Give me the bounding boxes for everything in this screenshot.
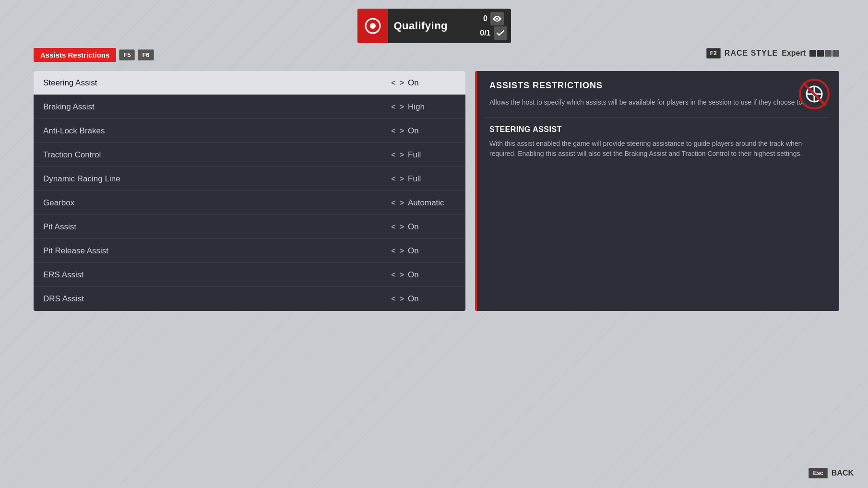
grid-dot-4 [832,50,839,57]
info-subtitle: STEERING ASSIST [485,125,830,134]
settings-panel: Steering Assist<>OnBraking Assist<>HighA… [34,71,465,311]
setting-name: Pit Release Assist [43,246,108,256]
arrow-left-icon[interactable]: < [391,175,395,183]
setting-value-container: <>Full [391,150,456,160]
setting-value-container: <>Automatic [391,198,456,208]
svg-point-1 [370,23,376,29]
setting-value: On [408,246,456,256]
setting-row[interactable]: Steering Assist<>On [34,71,465,95]
arrow-right-icon[interactable]: > [400,271,404,279]
arrow-left-icon[interactable]: < [391,151,395,159]
arrow-right-icon[interactable]: > [400,151,404,159]
info-panel-description: Allows the host to specify which assists… [485,97,830,107]
setting-row[interactable]: DRS Assist<>On [34,287,465,311]
setting-name: Braking Assist [43,102,95,112]
setting-row[interactable]: Pit Release Assist<>On [34,239,465,263]
setting-value: High [408,102,456,112]
session-counters: 0 0/1 [476,12,511,40]
setting-name: Pit Assist [43,222,76,232]
setting-value-container: <>Full [391,174,456,184]
no-assist-icon [799,79,830,109]
arrow-left-icon[interactable]: < [391,271,395,279]
setting-value: On [408,222,456,232]
setting-row[interactable]: Braking Assist<>High [34,95,465,119]
arrow-right-icon[interactable]: > [400,223,404,231]
qualifying-icon [364,17,381,35]
setting-value-container: <>On [391,78,456,88]
race-style-value: Expert [782,49,806,58]
setting-name: ERS Assist [43,270,83,280]
eye-icon [490,12,504,25]
arrow-right-icon[interactable]: > [400,103,404,111]
session-title: Qualifying [388,20,476,32]
setting-row[interactable]: Traction Control<>Full [34,143,465,167]
arrow-right-icon[interactable]: > [400,127,404,135]
setting-name: DRS Assist [43,294,84,304]
arrow-left-icon[interactable]: < [391,223,395,231]
key-f6-badge: F6 [138,49,154,60]
setting-value-container: <>On [391,222,456,232]
arrow-left-icon[interactable]: < [391,103,395,111]
setting-name: Gearbox [43,198,74,208]
race-style-label: RACE STYLE [725,49,778,58]
setting-value: On [408,270,456,280]
grid-dot-1 [809,50,816,57]
session-type-icon [357,9,388,43]
setting-row[interactable]: Gearbox<>Automatic [34,191,465,215]
setting-value-container: <>High [391,102,456,112]
main-content: Steering Assist<>OnBraking Assist<>HighA… [34,71,839,311]
grid-layout-icons[interactable] [809,50,839,57]
arrow-right-icon[interactable]: > [400,247,404,255]
race-style-bar: F2 RACE STYLE Expert [706,48,839,59]
key-f5-badge: F5 [119,49,135,60]
tab-bar: Assists Restrictions F5 F6 [34,48,154,62]
arrow-left-icon[interactable]: < [391,79,395,87]
setting-value-container: <>On [391,126,456,136]
setting-row[interactable]: Pit Assist<>On [34,215,465,239]
arrow-right-icon[interactable]: > [400,295,404,303]
arrow-right-icon[interactable]: > [400,199,404,207]
observer-count-row: 0 [483,12,504,25]
setting-value: Automatic [408,198,456,208]
grid-dot-2 [817,50,824,57]
arrow-left-icon[interactable]: < [391,247,395,255]
esc-key-badge: Esc [809,468,827,478]
session-header: Qualifying 0 0/1 [357,9,511,43]
setting-name: Dynamic Racing Line [43,174,120,184]
ready-count-row: 0/1 [480,26,507,40]
setting-value-container: <>On [391,270,456,280]
arrow-left-icon[interactable]: < [391,295,395,303]
setting-value: On [408,78,456,88]
arrow-left-icon[interactable]: < [391,127,395,135]
setting-name: Anti-Lock Brakes [43,126,105,136]
info-panel: ASSISTS RESTRICTIONS Allows the host to … [475,71,839,311]
arrow-left-icon[interactable]: < [391,199,395,207]
key-f2-badge: F2 [706,48,721,59]
grid-dot-3 [825,50,832,57]
setting-row[interactable]: Dynamic Racing Line<>Full [34,167,465,191]
ready-count: 0/1 [480,29,490,37]
arrow-right-icon[interactable]: > [400,79,404,87]
setting-value-container: <>On [391,294,456,304]
observer-count: 0 [483,14,488,23]
setting-row[interactable]: ERS Assist<>On [34,263,465,287]
tab-assists-restrictions[interactable]: Assists Restrictions [34,48,116,62]
info-detail: With this assist enabled the game will p… [485,139,830,159]
arrow-right-icon[interactable]: > [400,175,404,183]
info-divider [485,117,830,118]
setting-value: On [408,294,456,304]
setting-value: Full [408,174,456,184]
setting-value: Full [408,150,456,160]
info-panel-title: ASSISTS RESTRICTIONS [485,81,830,91]
setting-name: Traction Control [43,150,101,160]
back-label: BACK [832,469,854,477]
setting-value: On [408,126,456,136]
setting-value-container: <>On [391,246,456,256]
checkmark-icon [494,26,507,40]
setting-name: Steering Assist [43,78,97,88]
setting-row[interactable]: Anti-Lock Brakes<>On [34,119,465,143]
back-button-container[interactable]: Esc BACK [809,468,854,478]
